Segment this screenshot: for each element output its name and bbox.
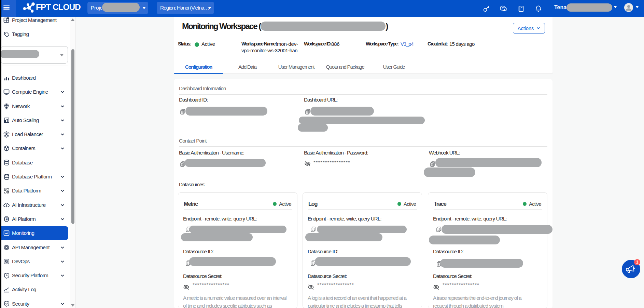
svg-text:AI: AI <box>5 218 8 220</box>
